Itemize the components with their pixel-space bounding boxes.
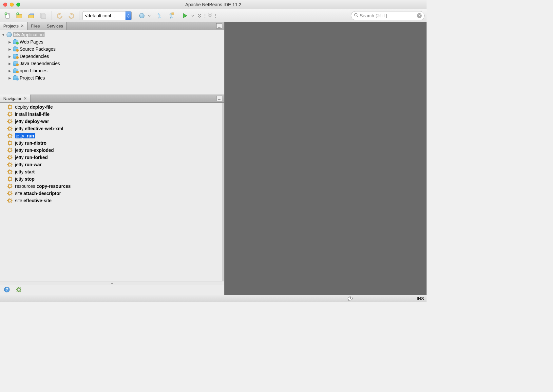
clear-search-button[interactable]: ✕: [417, 13, 422, 18]
expand-toggle[interactable]: ▶: [8, 69, 12, 73]
navigator-item[interactable]: site effective-site: [0, 197, 222, 204]
svg-line-45: [8, 130, 9, 131]
redo-button[interactable]: [66, 10, 77, 21]
svg-line-90: [8, 166, 9, 167]
gear-icon: [7, 140, 12, 146]
tree-node[interactable]: ▶ Java Dependencies: [0, 60, 224, 67]
search-input[interactable]: [360, 13, 417, 18]
navigator-item[interactable]: jetty deploy-war: [0, 118, 222, 125]
close-window-button[interactable]: [3, 3, 7, 7]
save-all-button[interactable]: [37, 10, 48, 21]
svg-line-99: [8, 173, 9, 174]
gear-icon: [7, 155, 12, 160]
svg-line-61: [11, 144, 12, 145]
expand-toggle[interactable]: ▶: [8, 62, 12, 65]
navigator-item[interactable]: jetty run-war: [0, 161, 222, 168]
expand-toggle[interactable]: ▶: [8, 55, 12, 58]
navigator-item[interactable]: jetty stop: [0, 175, 222, 183]
clean-build-button[interactable]: [166, 10, 177, 21]
navigator-item[interactable]: deploy deploy-file: [0, 103, 222, 111]
item-suffix: start: [25, 169, 35, 174]
notifications-button[interactable]: 1: [347, 295, 353, 302]
close-tab-button[interactable]: ✕: [24, 96, 27, 101]
item-prefix: jetty: [15, 176, 24, 182]
tab-files[interactable]: Files: [28, 22, 43, 30]
status-bar: 1 INS: [0, 295, 427, 302]
tree-node[interactable]: ▶ Source Packages: [0, 45, 224, 53]
settings-button[interactable]: [16, 287, 22, 294]
close-tab-button[interactable]: ✕: [21, 24, 24, 28]
new-project-button[interactable]: [14, 10, 25, 21]
gear-icon: [7, 176, 12, 182]
browser-select-button[interactable]: [136, 10, 147, 21]
navigator-list[interactable]: deploy deploy-fileinstall install-fileje…: [0, 103, 224, 281]
folder-icon: [13, 61, 18, 66]
gear-icon: [7, 119, 12, 124]
item-prefix: site: [15, 191, 22, 196]
double-chevron-down-icon[interactable]: [208, 13, 212, 19]
chevron-down-icon[interactable]: [191, 14, 194, 18]
config-select[interactable]: <default conf...: [83, 11, 132, 20]
tab-navigator[interactable]: Navigator ✕: [0, 95, 30, 102]
undo-button[interactable]: [54, 10, 65, 21]
maximize-window-button[interactable]: [16, 3, 20, 7]
navigator-panel: deploy deploy-fileinstall install-fileje…: [0, 103, 224, 295]
tree-node[interactable]: ▶ npm Libraries: [0, 67, 224, 74]
expand-toggle[interactable]: ▶: [8, 76, 12, 80]
tree-node-label: Web Pages: [20, 39, 43, 45]
navigator-item[interactable]: install install-file: [0, 111, 222, 118]
svg-line-97: [11, 173, 12, 174]
folder-icon: [13, 68, 18, 73]
navigator-item[interactable]: resources copy-resources: [0, 183, 222, 190]
global-search[interactable]: ✕: [351, 11, 425, 20]
minimize-panel-button[interactable]: [216, 96, 222, 101]
svg-point-82: [9, 163, 11, 166]
folder-icon: [13, 54, 18, 59]
double-chevron-down-icon[interactable]: [197, 13, 202, 19]
main-toolbar: <default conf... ⋮ ⋮ ✕: [0, 9, 427, 22]
navigator-item[interactable]: jetty effective-web-xml: [0, 125, 222, 132]
tree-node[interactable]: ▶ Project Files: [0, 74, 224, 81]
expand-toggle[interactable]: ▶: [8, 47, 12, 51]
gear-icon: [7, 126, 12, 131]
svg-line-25: [11, 116, 12, 116]
tab-services[interactable]: Services: [43, 22, 67, 30]
build-button[interactable]: [154, 10, 165, 21]
navigator-item[interactable]: jetty start: [0, 168, 222, 175]
svg-line-116: [11, 184, 12, 185]
expand-toggle[interactable]: ▼: [1, 33, 5, 37]
chevron-down-icon[interactable]: [148, 14, 151, 18]
item-suffix: effective-web-xml: [25, 126, 63, 131]
insert-mode-indicator[interactable]: INS: [417, 296, 424, 301]
item-suffix: deploy-war: [25, 119, 49, 124]
navigator-item[interactable]: jetty run-distro: [0, 139, 222, 147]
new-file-button[interactable]: [2, 10, 13, 21]
svg-line-51: [8, 134, 9, 134]
svg-line-33: [8, 119, 9, 120]
tree-node[interactable]: ▶ Dependencies: [0, 53, 224, 60]
open-project-button[interactable]: [26, 10, 37, 21]
tree-node-label: Source Packages: [20, 46, 56, 52]
svg-line-53: [11, 134, 12, 134]
help-button[interactable]: ?: [4, 287, 10, 294]
tree-root[interactable]: ▼ My Application: [0, 31, 224, 38]
svg-line-124: [11, 195, 12, 195]
svg-line-132: [8, 199, 9, 199]
navigator-item[interactable]: jetty run-forked: [0, 154, 222, 161]
tab-label: Files: [31, 24, 40, 28]
minimize-panel-button[interactable]: [216, 23, 222, 28]
panel-collapse-handle[interactable]: [0, 281, 224, 285]
toolbar-separator: [51, 11, 51, 20]
svg-line-133: [11, 202, 12, 203]
left-column: Projects✕FilesServices ▼ My Application …: [0, 22, 224, 295]
navigator-item[interactable]: jetty run-exploded: [0, 147, 222, 154]
svg-line-134: [11, 199, 12, 199]
navigator-item[interactable]: jetty run: [0, 132, 222, 139]
tab-projects[interactable]: Projects✕: [0, 22, 28, 30]
tree-node[interactable]: ▶ Web Pages: [0, 38, 224, 45]
svg-point-73: [9, 156, 11, 159]
minimize-window-button[interactable]: [10, 3, 14, 7]
navigator-item[interactable]: site attach-descriptor: [0, 190, 222, 197]
expand-toggle[interactable]: ▶: [8, 40, 12, 44]
run-button[interactable]: [180, 10, 191, 21]
